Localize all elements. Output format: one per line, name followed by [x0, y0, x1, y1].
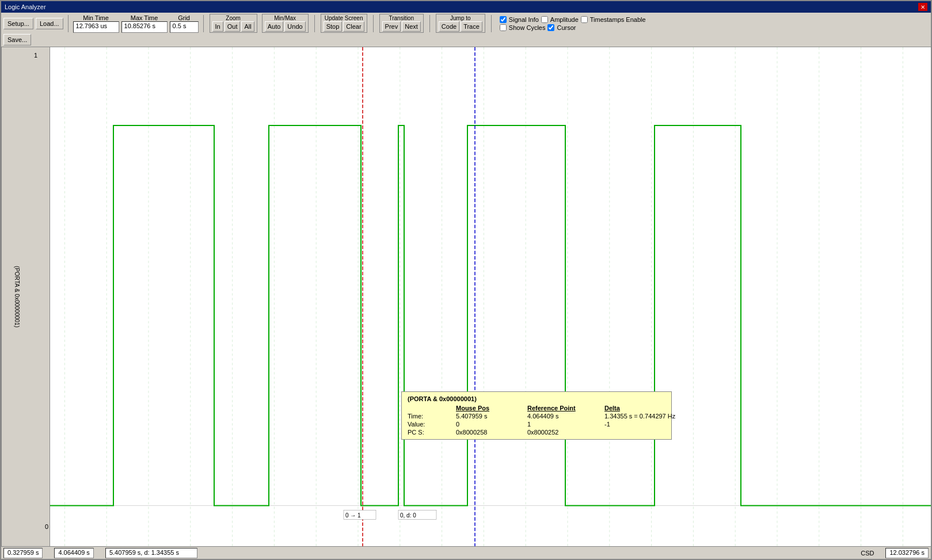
transition-label: Transition — [389, 15, 414, 21]
amplitude-checkbox[interactable] — [541, 16, 548, 23]
svg-rect-2 — [50, 47, 931, 546]
status-time1: 0.327959 s — [3, 548, 43, 558]
signal-info-row: Signal Info Amplitude Timestamps Enable — [500, 16, 646, 23]
update-screen-label: Update Screen — [325, 15, 363, 21]
tooltip-signal-name: (PORTA & 0x00000001) — [408, 395, 665, 402]
separator3 — [314, 15, 315, 32]
signal-info-label: Signal Info — [509, 16, 539, 23]
grid-value: 0.5 s — [170, 21, 199, 33]
svg-text:0,  d: 0: 0, d: 0 — [400, 512, 416, 519]
jump-to-group: Jump to Code Trace — [436, 14, 485, 33]
code-button[interactable]: Code — [439, 21, 459, 32]
toolbar-row1: Setup... Load... Min Time 12.7963 us Max… — [3, 14, 929, 33]
tooltip-value-label: Value: — [408, 421, 454, 428]
save-button[interactable]: Save... — [3, 34, 31, 45]
zoom-group: Zoom In Out All — [210, 14, 257, 33]
min-time-group: Min Time 12.7963 us — [73, 14, 119, 33]
max-time-value: 10.85276 s — [121, 21, 168, 33]
waveform-area[interactable]: 0 → 1 0, d: 0 (PORTA & 0x00000001) Mouse… — [50, 47, 931, 546]
trace-button[interactable]: Trace — [461, 21, 482, 32]
status-bar: 0.327959 s 4.064409 s 5.407959 s, d: 1.3… — [1, 546, 931, 559]
tooltip-value-mouse: 0 — [456, 421, 525, 428]
separator4 — [373, 15, 374, 32]
signal-label-column: (PORTA & 0x00000001) — [1, 47, 33, 546]
jump-to-buttons: Code Trace — [439, 21, 482, 32]
window-title: Logic Analyzer — [5, 3, 46, 10]
y-low-label: 0 — [45, 523, 48, 530]
cursor-label: Cursor — [557, 24, 576, 31]
minmax-buttons: Auto Undo — [265, 21, 306, 32]
separator5 — [429, 15, 430, 32]
update-screen-group: Update Screen Stop Clear — [321, 14, 367, 33]
minmax-group: Min/Max Auto Undo — [262, 14, 309, 33]
toolbar-row2: Save... — [3, 34, 929, 45]
zoom-out-button[interactable]: Out — [225, 21, 241, 32]
tooltip-time-mouse: 5.407959 s — [456, 413, 525, 420]
tooltip-pcs-delta — [604, 429, 679, 436]
tooltip-value-delta: -1 — [604, 421, 679, 428]
tooltip-time-delta: 1.34355 s = 0.744297 Hz — [604, 413, 679, 420]
undo-button[interactable]: Undo — [284, 21, 305, 32]
tooltip-pcs-label: PC S: — [408, 429, 454, 436]
separator6 — [491, 15, 492, 32]
y-high-label: 1 — [34, 52, 48, 59]
checkbox-group: Signal Info Amplitude Timestamps Enable … — [500, 16, 646, 31]
timestamps-checkbox[interactable] — [581, 16, 588, 23]
signal-info-checkbox[interactable] — [500, 16, 507, 23]
show-cycles-row: Show Cycles Cursor — [500, 24, 646, 31]
tooltip-pcs-mouse: 0x8000258 — [456, 429, 525, 436]
separator1 — [68, 15, 69, 32]
signal-name: (PORTA & 0x00000001) — [14, 266, 21, 327]
tooltip-box: (PORTA & 0x00000001) Mouse Pos Reference… — [401, 391, 672, 440]
tooltip-delta-col: Delta — [604, 405, 679, 412]
load-button[interactable]: Load... — [36, 18, 63, 29]
transition-buttons: Prev Next — [382, 21, 421, 32]
stop-button[interactable]: Stop — [324, 21, 343, 32]
amplitude-label: Amplitude — [550, 16, 579, 23]
min-time-label: Min Time — [83, 14, 109, 21]
clear-button[interactable]: Clear — [343, 21, 364, 32]
jump-to-label: Jump to — [450, 15, 471, 21]
main-area: (PORTA & 0x00000001) 1 0 — [1, 47, 931, 546]
zoom-all-button[interactable]: All — [241, 21, 254, 32]
zoom-buttons: In Out All — [212, 21, 254, 32]
toolbar: Setup... Load... Min Time 12.7963 us Max… — [1, 13, 931, 47]
grid-label: Grid — [178, 14, 190, 21]
tooltip-table: Mouse Pos Reference Point Delta Time: 5.… — [408, 405, 665, 436]
app-window: Logic Analyzer ✕ Setup... Load... Min Ti… — [0, 0, 932, 560]
tooltip-ref-col: Reference Point — [527, 405, 602, 412]
tooltip-mouse-col: Mouse Pos — [456, 405, 525, 412]
tooltip-empty — [408, 405, 454, 412]
prev-button[interactable]: Prev — [382, 21, 401, 32]
minmax-label: Min/Max — [274, 15, 296, 21]
y-axis: 1 0 — [33, 47, 50, 546]
tooltip-value-ref: 1 — [527, 421, 602, 428]
max-time-group: Max Time 10.85276 s — [121, 14, 168, 33]
transition-group: Transition Prev Next — [379, 14, 424, 33]
title-bar: Logic Analyzer ✕ — [1, 1, 931, 13]
separator2 — [203, 15, 204, 32]
tooltip-pcs-ref: 0x8000252 — [527, 429, 602, 436]
show-cycles-label: Show Cycles — [509, 24, 546, 31]
update-screen-buttons: Stop Clear — [324, 21, 364, 32]
timestamps-label: Timestamps Enable — [590, 16, 646, 23]
csd-label: CSD — [861, 550, 874, 557]
show-cycles-checkbox[interactable] — [500, 24, 507, 31]
grid-group: Grid 0.5 s — [170, 14, 199, 33]
status-time2: 4.064409 s — [54, 548, 93, 558]
close-button[interactable]: ✕ — [918, 3, 927, 11]
zoom-label: Zoom — [226, 15, 241, 21]
waveform-svg: 0 → 1 0, d: 0 — [50, 47, 931, 546]
auto-button[interactable]: Auto — [265, 21, 284, 32]
zoom-in-button[interactable]: In — [212, 21, 223, 32]
status-time3: 5.407959 s, d: 1.34355 s — [105, 548, 197, 558]
next-button[interactable]: Next — [402, 21, 421, 32]
setup-button[interactable]: Setup... — [3, 18, 33, 29]
tooltip-time-ref: 4.064409 s — [527, 413, 602, 420]
tooltip-time-label: Time: — [408, 413, 454, 420]
svg-text:0 → 1: 0 → 1 — [345, 512, 361, 519]
max-time-label: Max Time — [131, 14, 158, 21]
csd-value: 12.032796 s — [885, 548, 929, 558]
min-time-value: 12.7963 us — [73, 21, 119, 33]
cursor-checkbox[interactable] — [547, 24, 554, 31]
